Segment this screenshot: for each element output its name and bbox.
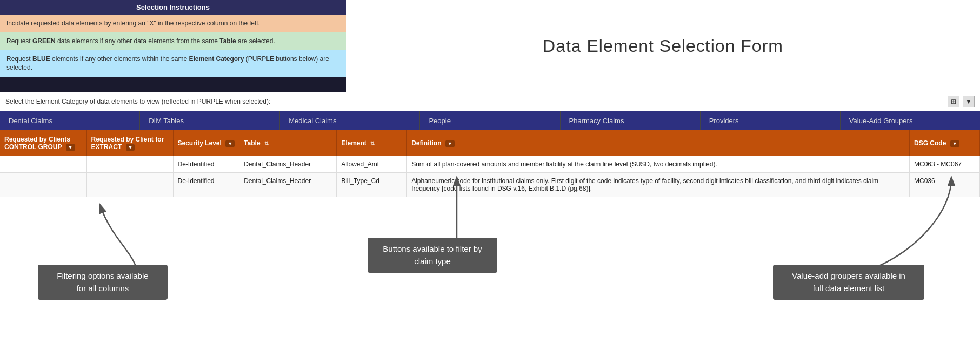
- tab-people[interactable]: People: [420, 111, 560, 130]
- filter-bar-icons: ⊞ ▼: [948, 96, 975, 107]
- cell-element-0: Allowed_Amt: [337, 156, 407, 173]
- tab-medical-claims[interactable]: Medical Claims: [280, 111, 420, 130]
- annotation-groupers: Value-add groupers available infull data…: [773, 265, 924, 300]
- instruction-blue: Request BLUE elements if any other eleme…: [0, 50, 346, 77]
- tab-dental-claims[interactable]: Dental Claims: [0, 111, 140, 130]
- cell-dsg-0: MC063 - MC067: [910, 156, 980, 173]
- cell-extract-1[interactable]: [86, 173, 173, 197]
- instruction-orange: Incidate requested data elements by ente…: [0, 15, 346, 32]
- dropdown-icon-control[interactable]: ▼: [66, 144, 75, 151]
- cell-table-1: Dental_Claims_Header: [239, 173, 337, 197]
- dropdown-icon-extract[interactable]: ▼: [126, 144, 135, 151]
- th-extract[interactable]: Requested by Client forEXTRACT ▼: [86, 130, 173, 156]
- dropdown-icon-dsg[interactable]: ▼: [950, 140, 959, 147]
- tab-pharmacy-claims[interactable]: Pharmacy Claims: [561, 111, 701, 130]
- dropdown-icon-security[interactable]: ▼: [225, 140, 235, 147]
- tab-dim-tables[interactable]: DIM Tables: [140, 111, 280, 130]
- cell-control-0[interactable]: [0, 156, 86, 173]
- th-table[interactable]: Table ⇅: [239, 130, 337, 156]
- filter-bar-text: Select the Element Category of data elem…: [5, 98, 948, 105]
- filter-icon[interactable]: ▼: [963, 96, 975, 107]
- cell-dsg-1: MC036: [910, 173, 980, 197]
- main-title: Data Element Selection Form: [543, 36, 783, 56]
- instructions-title: Selection Instructions: [0, 0, 346, 15]
- top-section: Selection Instructions Incidate requeste…: [0, 0, 980, 92]
- cell-security-0: De-Identified: [173, 156, 239, 173]
- th-element[interactable]: Element ⇅: [337, 130, 407, 156]
- table-row: De-Identified Dental_Claims_Header Bill_…: [0, 173, 980, 197]
- cell-extract-0[interactable]: [86, 156, 173, 173]
- th-definition[interactable]: Definition ▼: [407, 130, 910, 156]
- instructions-panel: Selection Instructions Incidate requeste…: [0, 0, 346, 92]
- sort-icon-table[interactable]: ⇅: [264, 140, 269, 146]
- tabs-row: Dental Claims DIM Tables Medical Claims …: [0, 111, 980, 130]
- cell-definition-0: Sum of all plan-covered amounts and memb…: [407, 156, 910, 173]
- table-row: De-Identified Dental_Claims_Header Allow…: [0, 156, 980, 173]
- filter-bar: Select the Element Category of data elem…: [0, 92, 980, 111]
- data-table: Requested by ClientsCONTROL GROUP ▼ Requ…: [0, 130, 980, 197]
- title-panel: Data Element Selection Form: [346, 0, 980, 92]
- tab-providers[interactable]: Providers: [701, 111, 841, 130]
- cell-definition-1: Alphaneumeric code for institutional cla…: [407, 173, 910, 197]
- annotation-buttons: Buttons available to filter byclaim type: [368, 238, 497, 273]
- dropdown-icon-definition[interactable]: ▼: [445, 140, 455, 147]
- tab-value-add-groupers[interactable]: Value-Add Groupers: [841, 111, 980, 130]
- arrow-filtering: [100, 205, 138, 278]
- cell-element-1: Bill_Type_Cd: [337, 173, 407, 197]
- table-container: Requested by ClientsCONTROL GROUP ▼ Requ…: [0, 130, 980, 197]
- grid-icon[interactable]: ⊞: [948, 96, 959, 107]
- th-control-group[interactable]: Requested by ClientsCONTROL GROUP ▼: [0, 130, 86, 156]
- instruction-green: Request GREEN data elements if any other…: [0, 32, 346, 50]
- annotation-filtering: Filtering options availablefor all colum…: [38, 265, 168, 300]
- th-security[interactable]: Security Level ▼: [173, 130, 239, 156]
- cell-table-0: Dental_Claims_Header: [239, 156, 337, 173]
- sort-icon-element[interactable]: ⇅: [370, 140, 375, 146]
- cell-security-1: De-Identified: [173, 173, 239, 197]
- cell-control-1[interactable]: [0, 173, 86, 197]
- th-dsg[interactable]: DSG Code ▼: [910, 130, 980, 156]
- table-header-row: Requested by ClientsCONTROL GROUP ▼ Requ…: [0, 130, 980, 156]
